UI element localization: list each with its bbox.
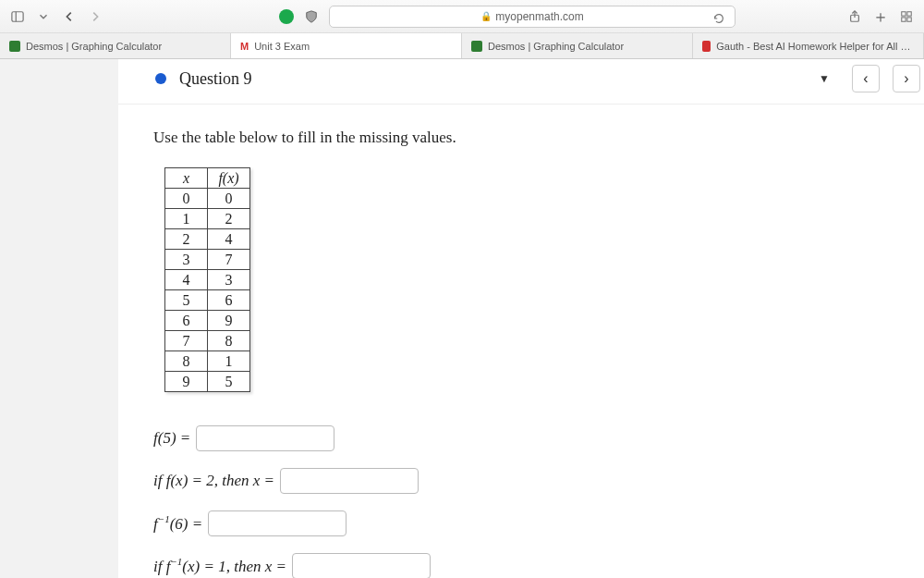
table-row: 81 bbox=[165, 351, 250, 372]
question-line-3: f−1(6) = bbox=[153, 510, 889, 536]
table-cell-fx: 8 bbox=[208, 331, 250, 351]
question-status-dot-icon bbox=[155, 73, 166, 84]
shield-icon[interactable] bbox=[303, 8, 320, 25]
question-header: Question 9 ▼ ‹ › bbox=[118, 59, 924, 105]
answer-input-2[interactable] bbox=[280, 468, 419, 494]
tabs-overview-icon[interactable] bbox=[898, 8, 915, 25]
table-cell-fx: 3 bbox=[208, 270, 250, 290]
next-question-button[interactable]: › bbox=[893, 65, 920, 92]
url-text: myopenmath.com bbox=[495, 10, 583, 23]
question-prompt: Use the table below to fill in the missi… bbox=[153, 129, 889, 147]
tab-desmos-1[interactable]: Desmos | Graphing Calculator bbox=[0, 33, 231, 58]
tab-label: Desmos | Graphing Calculator bbox=[488, 41, 624, 52]
table-row: 12 bbox=[165, 209, 250, 229]
myopenmath-favicon-icon: M bbox=[240, 41, 249, 52]
table-row: 24 bbox=[165, 229, 250, 250]
desmos-favicon-icon bbox=[471, 41, 482, 52]
table-cell-fx: 5 bbox=[208, 372, 250, 392]
table-cell-x: 0 bbox=[165, 189, 208, 209]
desmos-favicon-icon bbox=[9, 41, 20, 52]
tab-desmos-2[interactable]: Desmos | Graphing Calculator bbox=[462, 33, 693, 58]
chevron-down-icon[interactable] bbox=[35, 8, 52, 25]
table-cell-fx: 4 bbox=[208, 229, 250, 250]
svg-rect-0 bbox=[12, 11, 23, 21]
extension-icon[interactable] bbox=[279, 9, 294, 24]
table-header-fx: f(x) bbox=[208, 168, 250, 189]
table-row: 56 bbox=[165, 290, 250, 311]
svg-rect-6 bbox=[902, 17, 906, 20]
question-line-1: f(5) = bbox=[153, 425, 889, 451]
table-cell-x: 3 bbox=[165, 250, 208, 270]
table-row: 37 bbox=[165, 250, 250, 270]
answer-input-4[interactable] bbox=[292, 553, 431, 578]
browser-toolbar: 🔒 myopenmath.com ＋ bbox=[0, 0, 924, 33]
table-row: 00 bbox=[165, 189, 250, 209]
question-title: Question 9 bbox=[179, 69, 252, 89]
table-cell-fx: 1 bbox=[208, 351, 250, 372]
forward-icon[interactable] bbox=[87, 8, 103, 25]
table-row: 78 bbox=[165, 331, 250, 351]
table-cell-fx: 0 bbox=[208, 189, 250, 209]
reload-icon[interactable] bbox=[711, 10, 727, 27]
table-cell-x: 9 bbox=[165, 372, 208, 392]
table-header-x: x bbox=[165, 168, 208, 189]
math-label: if f−1(x) = 1, then x = bbox=[153, 556, 286, 576]
question-line-2: if f(x) = 2, then x = bbox=[153, 468, 889, 494]
address-bar[interactable]: 🔒 myopenmath.com bbox=[329, 6, 736, 28]
question-dropdown-icon[interactable]: ▼ bbox=[819, 72, 830, 85]
tab-label: Desmos | Graphing Calculator bbox=[26, 41, 162, 52]
tab-strip: Desmos | Graphing Calculator M Unit 3 Ex… bbox=[0, 33, 924, 59]
table-cell-x: 2 bbox=[165, 229, 208, 250]
tab-gauth[interactable]: Gauth - Best AI Homework Helper for All … bbox=[693, 33, 924, 58]
page-content: Question 9 ▼ ‹ › Use the table below to … bbox=[118, 59, 924, 578]
table-cell-x: 1 bbox=[165, 209, 208, 229]
table-cell-x: 8 bbox=[165, 351, 208, 372]
question-line-4: if f−1(x) = 1, then x = bbox=[153, 553, 889, 578]
tab-unit3[interactable]: M Unit 3 Exam bbox=[231, 33, 462, 58]
question-body: Use the table below to fill in the missi… bbox=[118, 105, 924, 578]
sidebar-toggle-icon[interactable] bbox=[9, 8, 26, 25]
table-cell-x: 6 bbox=[165, 311, 208, 331]
plus-icon[interactable]: ＋ bbox=[872, 8, 889, 25]
math-label: f(5) = bbox=[153, 429, 190, 448]
math-label: if f(x) = 2, then x = bbox=[153, 472, 274, 490]
svg-rect-5 bbox=[907, 11, 911, 15]
svg-rect-4 bbox=[902, 11, 906, 15]
table-cell-fx: 6 bbox=[208, 290, 250, 311]
tab-label: Unit 3 Exam bbox=[254, 41, 310, 52]
table-row: 95 bbox=[165, 372, 250, 392]
gauth-favicon-icon bbox=[702, 41, 711, 52]
answer-input-3[interactable] bbox=[208, 510, 346, 536]
table-row: 69 bbox=[165, 311, 250, 331]
share-icon[interactable] bbox=[846, 8, 863, 25]
svg-rect-7 bbox=[907, 17, 911, 20]
back-icon[interactable] bbox=[61, 8, 78, 25]
table-cell-x: 7 bbox=[165, 331, 208, 351]
table-row: 43 bbox=[165, 270, 250, 290]
lock-icon: 🔒 bbox=[480, 11, 492, 21]
table-cell-x: 5 bbox=[165, 290, 208, 311]
prev-question-button[interactable]: ‹ bbox=[852, 65, 880, 92]
math-label: f−1(6) = bbox=[153, 513, 202, 534]
table-cell-fx: 9 bbox=[208, 311, 250, 331]
table-cell-fx: 2 bbox=[208, 209, 250, 229]
tab-label: Gauth - Best AI Homework Helper for All … bbox=[716, 41, 914, 52]
answer-input-1[interactable] bbox=[196, 425, 334, 451]
table-cell-x: 4 bbox=[165, 270, 208, 290]
table-cell-fx: 7 bbox=[208, 250, 250, 270]
function-table: x f(x) 00122437435669788195 bbox=[164, 167, 250, 392]
